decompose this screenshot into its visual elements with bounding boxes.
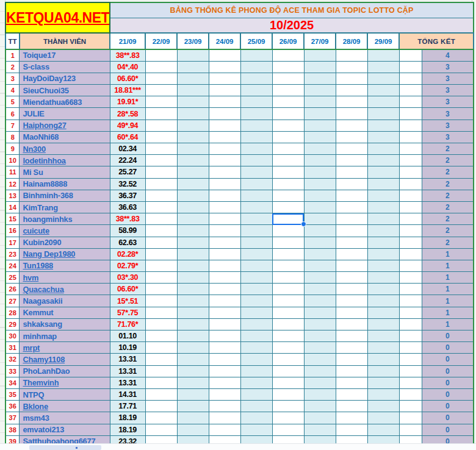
day-cell[interactable] <box>367 424 399 435</box>
spacer-cell[interactable] <box>399 201 422 213</box>
member-cell[interactable]: SieuChuoi35 <box>20 85 110 96</box>
total-cell[interactable]: 1 <box>422 318 474 330</box>
total-cell[interactable]: 2 <box>422 190 474 201</box>
total-cell[interactable]: 2 <box>422 143 474 155</box>
day-cell[interactable] <box>177 201 209 213</box>
day-cell[interactable] <box>272 166 304 178</box>
member-cell[interactable]: Nang Dep1980 <box>20 248 110 260</box>
day-cell[interactable] <box>367 85 399 96</box>
day-cell[interactable] <box>272 388 304 400</box>
day-cell[interactable] <box>145 354 177 365</box>
total-cell[interactable]: 0 <box>422 401 474 412</box>
day-cell[interactable] <box>145 190 177 201</box>
row-number-cell[interactable]: 10 <box>5 155 20 166</box>
member-cell[interactable]: msm43 <box>20 412 110 424</box>
spacer-cell[interactable] <box>399 401 422 412</box>
day-cell[interactable] <box>304 330 336 342</box>
day-cell[interactable] <box>272 342 304 354</box>
day-cell[interactable] <box>367 201 399 213</box>
day-cell[interactable] <box>367 295 399 307</box>
day-cell[interactable] <box>145 365 177 377</box>
day-cell[interactable] <box>367 354 399 365</box>
spacer-cell[interactable] <box>399 190 422 201</box>
day-cell[interactable] <box>177 388 209 400</box>
day-cell[interactable] <box>304 178 336 190</box>
spacer-cell[interactable] <box>399 412 422 424</box>
col-header-date[interactable]: 22/09 <box>145 33 177 49</box>
row-number-cell[interactable]: 31 <box>5 342 20 354</box>
member-cell[interactable]: S-class <box>20 61 110 73</box>
day-cell[interactable] <box>145 178 177 190</box>
day-cell[interactable] <box>145 213 177 225</box>
member-cell[interactable]: KimTrang <box>20 201 110 213</box>
member-cell[interactable]: Quacachua <box>20 284 110 295</box>
total-cell[interactable]: 0 <box>422 354 474 365</box>
day-cell[interactable] <box>177 49 209 61</box>
score-cell[interactable]: 36.37 <box>110 190 145 201</box>
row-number-cell[interactable]: 34 <box>5 377 20 388</box>
day-cell[interactable] <box>304 49 336 61</box>
member-cell[interactable]: Toique17 <box>20 49 110 61</box>
day-cell[interactable] <box>336 365 367 377</box>
day-cell[interactable] <box>145 155 177 166</box>
day-cell[interactable] <box>209 120 240 131</box>
day-cell[interactable] <box>367 225 399 237</box>
day-cell[interactable] <box>240 284 272 295</box>
day-cell[interactable] <box>145 284 177 295</box>
member-link[interactable]: Themvinh <box>23 378 59 387</box>
member-link[interactable]: Bklone <box>23 402 48 411</box>
day-cell[interactable] <box>304 307 336 318</box>
day-cell[interactable] <box>209 131 240 143</box>
day-cell[interactable] <box>336 166 367 178</box>
day-cell[interactable] <box>272 307 304 318</box>
total-cell[interactable]: 3 <box>422 85 474 96</box>
day-cell[interactable] <box>336 108 367 120</box>
total-cell[interactable]: 1 <box>422 248 474 260</box>
col-header-date[interactable]: 26/09 <box>272 33 304 49</box>
day-cell[interactable] <box>209 412 240 424</box>
day-cell[interactable] <box>336 201 367 213</box>
score-cell[interactable]: 18.19 <box>110 424 145 435</box>
day-cell[interactable] <box>304 401 336 412</box>
day-cell[interactable] <box>240 213 272 225</box>
total-cell[interactable]: 3 <box>422 120 474 131</box>
day-cell[interactable] <box>145 49 177 61</box>
day-cell[interactable] <box>240 61 272 73</box>
day-cell[interactable] <box>367 365 399 377</box>
day-cell[interactable] <box>304 225 336 237</box>
member-cell[interactable]: NTPQ <box>20 388 110 400</box>
row-number-cell[interactable]: 2 <box>5 61 20 73</box>
day-cell[interactable] <box>209 166 240 178</box>
day-cell[interactable] <box>304 377 336 388</box>
score-cell[interactable]: 60*.64 <box>110 131 145 143</box>
spacer-cell[interactable] <box>399 330 422 342</box>
day-cell[interactable] <box>209 260 240 271</box>
row-number-cell[interactable]: 4 <box>5 85 20 96</box>
member-cell[interactable]: Haiphong27 <box>20 120 110 131</box>
day-cell[interactable] <box>367 237 399 248</box>
total-cell[interactable]: 3 <box>422 108 474 120</box>
spacer-cell[interactable] <box>399 49 422 61</box>
row-number-cell[interactable]: 5 <box>5 96 20 108</box>
score-cell[interactable]: 32.52 <box>110 178 145 190</box>
day-cell[interactable] <box>177 307 209 318</box>
row-number-cell[interactable]: 30 <box>5 330 20 342</box>
member-link[interactable]: Quacachua <box>23 285 63 294</box>
day-cell[interactable] <box>367 318 399 330</box>
col-header-date[interactable]: 29/09 <box>367 33 399 49</box>
row-number-cell[interactable]: 36 <box>5 401 20 412</box>
day-cell[interactable] <box>304 248 336 260</box>
total-cell[interactable]: 4 <box>422 49 474 61</box>
day-cell[interactable] <box>177 248 209 260</box>
day-cell[interactable] <box>209 388 240 400</box>
total-cell[interactable]: 3 <box>422 131 474 143</box>
day-cell[interactable] <box>145 412 177 424</box>
day-cell[interactable] <box>336 307 367 318</box>
day-cell[interactable] <box>177 61 209 73</box>
spacer-cell[interactable] <box>399 155 422 166</box>
member-cell[interactable]: JULIE <box>20 108 110 120</box>
day-cell[interactable] <box>177 143 209 155</box>
total-cell[interactable]: 3 <box>422 96 474 108</box>
member-cell[interactable]: lodetinhhoa <box>20 155 110 166</box>
day-cell[interactable] <box>209 213 240 225</box>
